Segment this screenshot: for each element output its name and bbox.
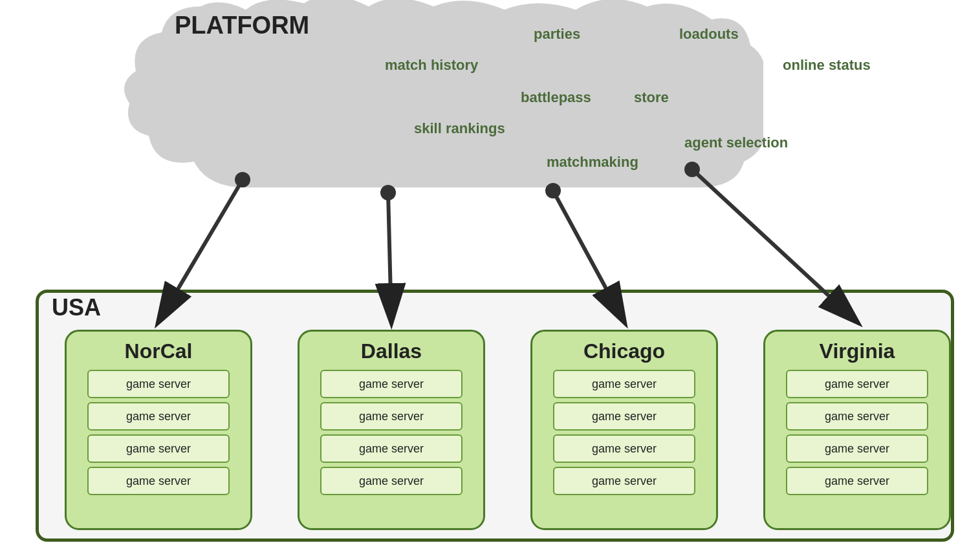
server-box: game server [553,402,695,431]
cluster-virginia: Virginia game server game server game se… [763,330,951,530]
cluster-norcal-title: NorCal [125,339,193,363]
cluster-chicago-title: Chicago [583,339,665,363]
server-box: game server [320,467,463,495]
label-battlepass: battlepass [521,89,591,106]
server-box: game server [320,434,463,463]
server-box: game server [786,434,928,463]
label-loadouts: loadouts [679,26,739,43]
label-online-status: online status [783,57,871,74]
server-box: game server [786,467,928,495]
server-box: game server [320,370,463,398]
label-agent-selection: agent selection [684,134,788,151]
usa-label: USA [52,294,101,321]
diagram-container: PLATFORM match history parties loadouts … [0,0,980,554]
label-match-history: match history [385,57,478,74]
cluster-dallas-title: Dallas [361,339,422,363]
label-skill-rankings: skill rankings [414,120,505,137]
platform-title: PLATFORM [175,12,309,39]
cluster-norcal: NorCal game server game server game serv… [65,330,252,530]
cluster-virginia-title: Virginia [820,339,895,363]
cluster-dallas: Dallas game server game server game serv… [298,330,485,530]
label-parties: parties [534,26,580,43]
server-box: game server [553,467,695,495]
server-box: game server [786,370,928,398]
server-box: game server [320,402,463,431]
server-box: game server [553,434,695,463]
server-box: game server [87,402,230,431]
server-box: game server [87,434,230,463]
label-matchmaking: matchmaking [547,154,638,171]
server-box: game server [87,370,230,398]
label-store: store [634,89,669,106]
server-box: game server [786,402,928,431]
server-box: game server [553,370,695,398]
server-box: game server [87,467,230,495]
cluster-chicago: Chicago game server game server game ser… [530,330,718,530]
